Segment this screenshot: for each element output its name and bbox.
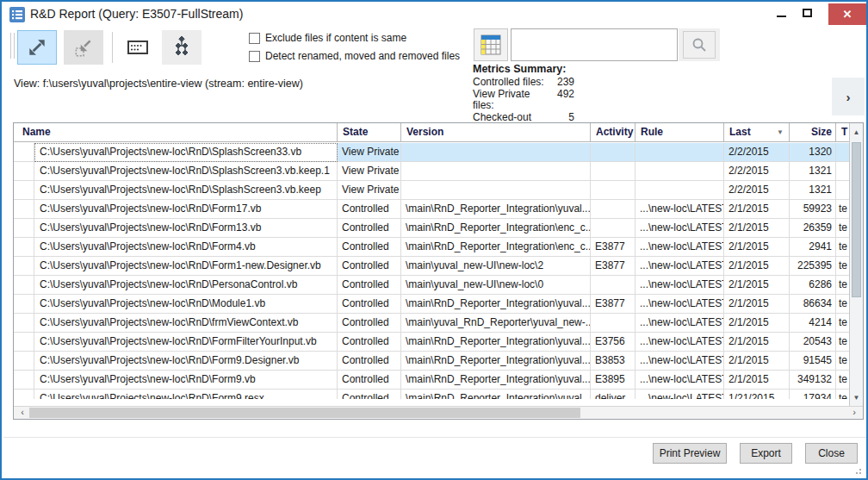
cell-version: \main\yuval_new-UI\new-loc\2 bbox=[401, 257, 591, 276]
column-chooser-button[interactable] bbox=[474, 28, 508, 61]
cell-type bbox=[836, 143, 849, 162]
cell-type: te bbox=[836, 295, 849, 314]
cell-version: \main\yuval_RnD_Reporter\yuval_new-... bbox=[401, 314, 591, 333]
cell-name: C:\Users\yuval\Projects\new-loc\RnD\Spla… bbox=[34, 143, 338, 162]
cell-rule: ...\new-loc\LATEST bbox=[636, 200, 724, 219]
expand-all-button[interactable] bbox=[17, 30, 57, 65]
cell-activity bbox=[591, 162, 636, 181]
cell-type: te bbox=[836, 219, 849, 238]
table-row[interactable]: C:\Users\yuval\Projects\new-loc\RnD\Form… bbox=[14, 371, 849, 390]
metric-value: 492 bbox=[550, 89, 574, 112]
cell-rowhead bbox=[14, 276, 34, 295]
column-header-last[interactable]: Last ▼ bbox=[724, 123, 790, 141]
table-row[interactable]: C:\Users\yuval\Projects\new-loc\RnD\Modu… bbox=[14, 295, 849, 314]
resize-grip[interactable] bbox=[852, 465, 861, 474]
close-window-button[interactable]: ✕ bbox=[828, 3, 866, 25]
table-row[interactable]: C:\Users\yuval\Projects\new-loc\RnD\Form… bbox=[14, 390, 849, 399]
cell-type: te bbox=[836, 390, 849, 399]
table-row[interactable]: C:\Users\yuval\Projects\new-loc\RnD\Form… bbox=[14, 219, 849, 238]
cell-activity: E3877 bbox=[591, 295, 636, 314]
scroll-left-icon[interactable]: ‹ bbox=[16, 407, 29, 419]
table-header-row: Name State Version Activity Rule Last ▼ … bbox=[14, 123, 849, 142]
scroll-down-icon[interactable]: ▼ bbox=[850, 390, 863, 406]
table-row[interactable]: C:\Users\yuval\Projects\new-loc\RnD\Spla… bbox=[14, 162, 849, 181]
metric-label: View Private files: bbox=[473, 89, 550, 112]
vertical-scrollbar[interactable]: ▲ ▼ bbox=[849, 123, 863, 408]
metric-row: View Private files: 492 bbox=[473, 89, 574, 112]
cell-name: C:\Users\yuval\Projects\new-loc\RnD\Spla… bbox=[34, 162, 338, 181]
checkbox-box[interactable] bbox=[249, 33, 260, 44]
column-header-type[interactable]: T bbox=[836, 123, 849, 141]
checkbox-label: Detect renamed, moved and removed files bbox=[265, 50, 460, 62]
cell-last: 2/1/2015 bbox=[724, 219, 790, 238]
title-bar: R&D Report (Query: E3507-FullStream) ✕ bbox=[2, 2, 866, 28]
export-button[interactable]: Export bbox=[740, 443, 792, 464]
cell-rowhead bbox=[14, 257, 34, 276]
cell-name: C:\Users\yuval\Projects\new-loc\RnD\Form… bbox=[34, 333, 338, 352]
cell-activity bbox=[591, 276, 636, 295]
expand-side-panel-button[interactable]: › bbox=[832, 78, 865, 115]
column-header-state[interactable]: State bbox=[338, 123, 401, 141]
view-path-label: View: f:\users\yuval\projects\entire-vie… bbox=[14, 78, 303, 90]
cell-size: 91545 bbox=[790, 352, 836, 371]
toolbar-grip-handle[interactable] bbox=[10, 33, 15, 59]
search-input[interactable] bbox=[511, 28, 678, 61]
files-table: Name State Version Activity Rule Last ▼ … bbox=[13, 122, 864, 420]
table-row[interactable]: C:\Users\yuval\Projects\new-loc\RnD\Form… bbox=[14, 238, 849, 257]
cell-rowhead bbox=[14, 333, 34, 352]
cell-rule: ...\new-loc\LATEST bbox=[636, 238, 724, 257]
checkbox-box[interactable] bbox=[249, 51, 260, 62]
cell-type: te bbox=[836, 371, 849, 390]
cell-type: te bbox=[836, 238, 849, 257]
table-row[interactable]: C:\Users\yuval\Projects\new-loc\RnD\Form… bbox=[14, 352, 849, 371]
cell-activity: deliver... bbox=[591, 390, 636, 399]
close-button[interactable]: Close bbox=[805, 443, 858, 464]
horizontal-scroll-thumb[interactable] bbox=[29, 408, 580, 418]
table-grid-icon bbox=[480, 34, 502, 56]
exclude-same-content-checkbox[interactable]: Exclude files if content is same bbox=[249, 31, 406, 45]
table-row[interactable]: C:\Users\yuval\Projects\new-loc\RnD\Form… bbox=[14, 333, 849, 352]
expand-arrows-icon bbox=[26, 36, 48, 59]
cell-size: 86634 bbox=[790, 295, 836, 314]
table-row[interactable]: C:\Users\yuval\Projects\new-loc\RnD\Spla… bbox=[14, 143, 849, 162]
cell-state: View Private bbox=[338, 143, 401, 162]
cell-rule: ...\new-loc\LATEST bbox=[636, 333, 724, 352]
app-list-icon bbox=[9, 7, 25, 22]
cell-size: 59923 bbox=[790, 200, 836, 219]
vertical-scroll-thumb[interactable] bbox=[852, 142, 861, 297]
cell-version bbox=[401, 162, 591, 181]
table-row[interactable]: C:\Users\yuval\Projects\new-loc\RnD\frmV… bbox=[14, 314, 849, 333]
table-row[interactable]: C:\Users\yuval\Projects\new-loc\RnD\Spla… bbox=[14, 181, 849, 200]
table-row[interactable]: C:\Users\yuval\Projects\new-loc\RnD\Form… bbox=[14, 257, 849, 276]
detect-renamed-checkbox[interactable]: Detect renamed, moved and removed files bbox=[249, 49, 460, 63]
cell-type: te bbox=[836, 200, 849, 219]
cell-activity bbox=[591, 200, 636, 219]
maximize-button[interactable] bbox=[794, 2, 820, 26]
column-header-rule[interactable]: Rule bbox=[636, 123, 724, 141]
column-header-size[interactable]: Size bbox=[790, 123, 836, 141]
horizontal-scrollbar[interactable]: ‹ › bbox=[14, 406, 863, 419]
search-button[interactable] bbox=[683, 31, 716, 59]
minimize-button[interactable] bbox=[768, 2, 794, 26]
cell-last: 2/1/2015 bbox=[724, 371, 790, 390]
table-row[interactable]: C:\Users\yuval\Projects\new-loc\RnD\Pers… bbox=[14, 276, 849, 295]
tree-view-button[interactable] bbox=[162, 30, 202, 65]
cell-last: 2/1/2015 bbox=[724, 238, 790, 257]
cell-activity: E3877 bbox=[591, 257, 636, 276]
cell-rule: ...\new-loc\LATEST bbox=[636, 314, 724, 333]
scroll-right-icon[interactable]: › bbox=[847, 407, 861, 419]
cell-size: 6286 bbox=[790, 276, 836, 295]
cell-size: 4214 bbox=[790, 314, 836, 333]
column-header-version[interactable]: Version bbox=[401, 123, 591, 141]
table-row[interactable]: C:\Users\yuval\Projects\new-loc\RnD\Form… bbox=[14, 200, 849, 219]
cell-last: 2/1/2015 bbox=[724, 314, 790, 333]
cell-rule bbox=[636, 162, 724, 181]
scroll-up-icon[interactable]: ▲ bbox=[850, 125, 863, 140]
cell-type: te bbox=[836, 352, 849, 371]
flat-view-button[interactable] bbox=[118, 30, 158, 65]
column-header-name[interactable]: Name bbox=[14, 123, 338, 141]
print-preview-button[interactable]: Print Preview bbox=[653, 443, 727, 464]
cell-name: C:\Users\yuval\Projects\new-loc\RnD\Form… bbox=[34, 257, 338, 276]
column-header-activity[interactable]: Activity bbox=[591, 123, 636, 141]
cell-last: 2/1/2015 bbox=[724, 276, 790, 295]
